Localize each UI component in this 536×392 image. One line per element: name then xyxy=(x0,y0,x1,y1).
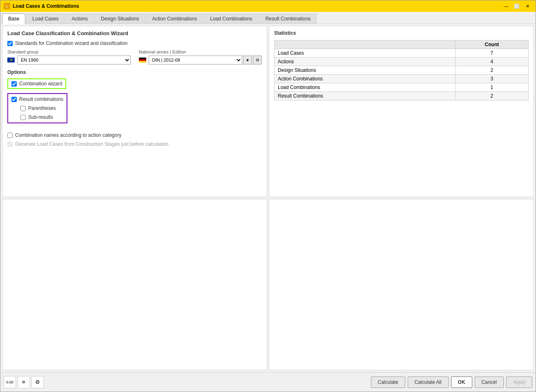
tab-actions[interactable]: Actions xyxy=(65,13,94,24)
stats-row-load-combinations: Load Combinations 1 xyxy=(275,83,529,92)
window-controls: — ⬜ ✕ xyxy=(501,2,532,10)
standards-label[interactable]: Standards for Combination wizard and cla… xyxy=(15,40,127,46)
panel-top-left: Load Case Classification & Combination W… xyxy=(2,26,267,197)
sub-results-row: Sub-results xyxy=(20,114,63,120)
app-icon: L xyxy=(4,3,10,9)
form-row-dropdowns: Standard group ★ EN 1990 National annex … xyxy=(7,49,262,65)
copy-button[interactable]: ⧉ xyxy=(253,56,262,65)
bottom-left-icons: 0.00 ≡ ⚙ xyxy=(4,376,44,388)
sub-results-label[interactable]: Sub-results xyxy=(28,114,53,120)
tab-action-combinations[interactable]: Action Combinations xyxy=(146,13,203,24)
statistics-table: Count Load Cases 7 Actions 4 D xyxy=(274,40,529,100)
national-annex-select-wrapper: DIN | 2012-08 ▼ ⧉ xyxy=(139,56,262,65)
bottom-right-buttons: Calculate Calculate All OK Cancel Apply xyxy=(371,376,532,388)
stats-header-count: Count xyxy=(455,40,528,49)
stats-row-result-combinations: Result Combinations 2 xyxy=(275,92,529,100)
stats-label-load-cases: Load Cases xyxy=(275,49,456,58)
stats-row-design-situations: Design Situations 2 xyxy=(275,66,529,75)
result-combinations-label[interactable]: Result combinations xyxy=(19,96,63,102)
standard-group-select[interactable]: EN 1990 xyxy=(17,56,131,65)
parentheses-label[interactable]: Parentheses xyxy=(28,105,56,111)
wizard-section-title: Load Case Classification & Combination W… xyxy=(7,30,262,36)
stats-count-action-combinations: 3 xyxy=(455,75,528,83)
tab-design-situations[interactable]: Design Situations xyxy=(95,13,145,24)
stats-count-design-situations: 2 xyxy=(455,66,528,75)
standards-checkbox[interactable] xyxy=(7,41,13,46)
standard-group-col: Standard group ★ EN 1990 xyxy=(7,49,131,65)
tab-load-combinations[interactable]: Load Combinations xyxy=(204,13,258,24)
combination-names-label[interactable]: Combination names according to action ca… xyxy=(15,132,121,138)
calculate-all-button[interactable]: Calculate All xyxy=(408,376,449,388)
stats-header-name xyxy=(275,40,456,49)
national-annex-label: National annex | Edition xyxy=(139,49,262,54)
options-label: Options xyxy=(7,69,262,75)
list-icon: ≡ xyxy=(22,379,25,385)
standards-checkbox-row: Standards for Combination wizard and cla… xyxy=(7,40,262,46)
parentheses-checkbox[interactable] xyxy=(20,106,26,111)
decimal-icon: 0.00 xyxy=(6,380,13,384)
stats-label-design-situations: Design Situations xyxy=(275,66,456,75)
stats-label-actions: Actions xyxy=(275,58,456,66)
tab-load-cases[interactable]: Load Cases xyxy=(26,13,65,24)
maximize-button[interactable]: ⬜ xyxy=(512,2,522,10)
settings-icon: ⚙ xyxy=(35,379,40,385)
apply-button[interactable]: Apply xyxy=(506,376,532,388)
combination-names-row: Combination names according to action ca… xyxy=(7,132,262,138)
result-combinations-checkbox[interactable] xyxy=(11,97,17,102)
combination-wizard-box: Combination wizard xyxy=(7,78,66,89)
cancel-button[interactable]: Cancel xyxy=(475,376,504,388)
eu-flag-icon: ★ xyxy=(7,58,15,62)
combination-wizard-label[interactable]: Combination wizard xyxy=(19,81,62,87)
main-panels: Load Case Classification & Combination W… xyxy=(0,24,536,372)
icon-btn-settings[interactable]: ⚙ xyxy=(31,376,44,388)
standard-group-label: Standard group xyxy=(7,49,131,54)
national-annex-select[interactable]: DIN | 2012-08 xyxy=(149,56,243,65)
statistics-title: Statistics xyxy=(274,30,529,36)
generate-load-cases-label: Generate Load Cases from Construction St… xyxy=(15,141,169,147)
result-sub-options: Parentheses Sub-results xyxy=(20,105,63,120)
icon-btn-decimal[interactable]: 0.00 xyxy=(4,376,16,388)
generate-load-cases-row: Generate Load Cases from Construction St… xyxy=(7,141,262,147)
stats-label-action-combinations: Action Combinations xyxy=(275,75,456,83)
main-window: L Load Cases & Combinations — ⬜ ✕ Base L… xyxy=(0,0,536,392)
panel-top-right: Statistics Count Load Cases 7 xyxy=(269,26,534,197)
tab-bar: Base Load Cases Actions Design Situation… xyxy=(0,12,536,24)
panel-bottom-right xyxy=(269,199,534,370)
tab-result-combinations[interactable]: Result Combinations xyxy=(259,13,317,24)
combination-wizard-row: Combination wizard xyxy=(11,81,62,87)
parentheses-row: Parentheses xyxy=(20,105,63,111)
icon-btn-list[interactable]: ≡ xyxy=(18,376,30,388)
svg-text:L: L xyxy=(6,4,8,8)
panel-bottom-left xyxy=(2,199,267,370)
filter-button[interactable]: ▼ xyxy=(243,56,252,65)
stats-count-load-cases: 7 xyxy=(455,49,528,58)
calculate-button[interactable]: Calculate xyxy=(371,376,405,388)
stats-row-load-cases: Load Cases 7 xyxy=(275,49,529,58)
result-combinations-box: Result combinations Parentheses Sub-resu… xyxy=(7,93,67,123)
stats-count-result-combinations: 2 xyxy=(455,92,528,100)
generate-load-cases-section: Generate Load Cases from Construction St… xyxy=(7,141,262,147)
stats-count-load-combinations: 1 xyxy=(455,83,528,92)
result-combinations-row: Result combinations xyxy=(11,96,63,102)
combination-names-checkbox[interactable] xyxy=(7,133,13,138)
tab-base[interactable]: Base xyxy=(2,13,25,24)
stats-label-result-combinations: Result Combinations xyxy=(275,92,456,100)
content-area: Load Case Classification & Combination W… xyxy=(0,24,536,372)
de-flag-icon xyxy=(139,58,146,62)
combination-names-section: Combination names according to action ca… xyxy=(7,132,262,138)
stats-row-actions: Actions 4 xyxy=(275,58,529,66)
stats-row-action-combinations: Action Combinations 3 xyxy=(275,75,529,83)
stats-label-load-combinations: Load Combinations xyxy=(275,83,456,92)
stats-count-actions: 4 xyxy=(455,58,528,66)
bottom-bar: 0.00 ≡ ⚙ Calculate Calculate All OK Canc… xyxy=(0,372,536,392)
national-annex-col: National annex | Edition DIN | 2012-08 ▼… xyxy=(139,49,262,65)
minimize-button[interactable]: — xyxy=(501,2,511,10)
window-title: Load Cases & Combinations xyxy=(13,3,499,9)
combination-wizard-checkbox[interactable] xyxy=(11,81,17,87)
close-button[interactable]: ✕ xyxy=(523,2,532,10)
ok-button[interactable]: OK xyxy=(451,376,472,388)
standard-group-select-wrapper: ★ EN 1990 xyxy=(7,56,131,65)
title-bar: L Load Cases & Combinations — ⬜ ✕ xyxy=(0,0,536,12)
generate-load-cases-checkbox[interactable] xyxy=(7,142,13,147)
sub-results-checkbox[interactable] xyxy=(20,115,26,120)
